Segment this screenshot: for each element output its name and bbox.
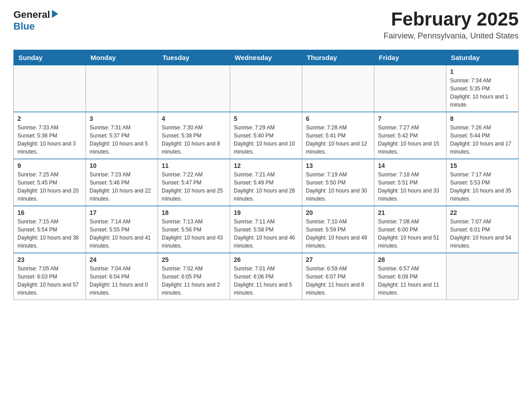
calendar-cell-w1-d4	[230, 65, 302, 112]
sunset-text: Sunset: 6:07 PM	[306, 274, 346, 280]
sunset-text: Sunset: 6:01 PM	[450, 227, 490, 233]
calendar-cell-w3-d4: 12Sunrise: 7:21 AMSunset: 5:49 PMDayligh…	[230, 159, 302, 206]
sunrise-text: Sunrise: 7:01 AM	[234, 265, 275, 272]
daylight-text: Daylight: 10 hours and 35 minutes.	[450, 188, 511, 202]
day-number: 21	[378, 209, 442, 216]
col-wednesday: Wednesday	[230, 50, 302, 65]
daylight-text: Daylight: 10 hours and 8 minutes.	[162, 141, 220, 155]
day-number: 20	[306, 209, 370, 216]
calendar-table: Sunday Monday Tuesday Wednesday Thursday…	[13, 50, 519, 300]
calendar-cell-w5-d7	[446, 253, 519, 300]
day-number: 1	[450, 68, 515, 75]
daylight-text: Daylight: 10 hours and 43 minutes.	[162, 235, 223, 249]
sunrise-text: Sunrise: 6:59 AM	[306, 265, 347, 272]
calendar-cell-w3-d2: 10Sunrise: 7:23 AMSunset: 5:46 PMDayligh…	[86, 159, 158, 206]
calendar-cell-w2-d7: 8Sunrise: 7:26 AMSunset: 5:44 PMDaylight…	[446, 112, 519, 159]
calendar-cell-w5-d6: 28Sunrise: 6:57 AMSunset: 6:09 PMDayligh…	[374, 253, 446, 300]
sunset-text: Sunset: 6:05 PM	[162, 274, 202, 280]
sunset-text: Sunset: 5:41 PM	[306, 133, 346, 139]
day-number: 22	[450, 209, 515, 216]
day-sun-info: Sunrise: 7:10 AMSunset: 5:59 PMDaylight:…	[306, 218, 370, 250]
day-sun-info: Sunrise: 7:11 AMSunset: 5:58 PMDaylight:…	[234, 218, 298, 250]
logo: General Blue	[13, 9, 58, 33]
col-saturday: Saturday	[446, 50, 519, 65]
sunset-text: Sunset: 5:49 PM	[234, 180, 274, 186]
col-sunday: Sunday	[14, 50, 86, 65]
day-sun-info: Sunrise: 6:59 AMSunset: 6:07 PMDaylight:…	[306, 265, 370, 297]
calendar-cell-w3-d6: 14Sunrise: 7:18 AMSunset: 5:51 PMDayligh…	[374, 159, 446, 206]
calendar-cell-w4-d5: 20Sunrise: 7:10 AMSunset: 5:59 PMDayligh…	[302, 206, 374, 253]
calendar-title: February 2025	[384, 9, 519, 30]
calendar-cell-w1-d2	[86, 65, 158, 112]
day-sun-info: Sunrise: 7:23 AMSunset: 5:46 PMDaylight:…	[90, 171, 154, 203]
day-sun-info: Sunrise: 7:13 AMSunset: 5:56 PMDaylight:…	[162, 218, 226, 250]
day-number: 11	[162, 162, 226, 169]
day-number: 28	[378, 256, 442, 263]
sunset-text: Sunset: 6:00 PM	[378, 227, 418, 233]
day-number: 8	[450, 115, 515, 122]
day-sun-info: Sunrise: 7:25 AMSunset: 5:45 PMDaylight:…	[17, 171, 82, 203]
calendar-cell-w2-d4: 5Sunrise: 7:29 AMSunset: 5:40 PMDaylight…	[230, 112, 302, 159]
daylight-text: Daylight: 10 hours and 17 minutes.	[450, 141, 511, 155]
sunset-text: Sunset: 5:54 PM	[17, 227, 57, 233]
day-sun-info: Sunrise: 6:57 AMSunset: 6:09 PMDaylight:…	[378, 265, 442, 297]
daylight-text: Daylight: 10 hours and 12 minutes.	[306, 141, 367, 155]
sunrise-text: Sunrise: 7:27 AM	[378, 124, 419, 131]
sunset-text: Sunset: 6:04 PM	[90, 274, 129, 280]
sunset-text: Sunset: 5:36 PM	[17, 133, 57, 139]
sunset-text: Sunset: 5:42 PM	[378, 133, 418, 139]
calendar-cell-w4-d2: 17Sunrise: 7:14 AMSunset: 5:55 PMDayligh…	[86, 206, 158, 253]
daylight-text: Daylight: 10 hours and 5 minutes.	[90, 141, 148, 155]
calendar-cell-w2-d6: 7Sunrise: 7:27 AMSunset: 5:42 PMDaylight…	[374, 112, 446, 159]
sunrise-text: Sunrise: 7:28 AM	[306, 124, 347, 131]
day-number: 4	[162, 115, 226, 122]
sunset-text: Sunset: 5:58 PM	[234, 227, 274, 233]
day-number: 26	[234, 256, 298, 263]
calendar-cell-w3-d1: 9Sunrise: 7:25 AMSunset: 5:45 PMDaylight…	[14, 159, 86, 206]
sunrise-text: Sunrise: 7:13 AM	[162, 218, 202, 225]
calendar-cell-w1-d6	[374, 65, 446, 112]
day-sun-info: Sunrise: 7:22 AMSunset: 5:47 PMDaylight:…	[162, 171, 226, 203]
day-sun-info: Sunrise: 7:08 AMSunset: 6:00 PMDaylight:…	[378, 218, 442, 250]
calendar-cell-w1-d5	[302, 65, 374, 112]
day-number: 12	[234, 162, 298, 169]
sunrise-text: Sunrise: 7:29 AM	[234, 124, 275, 131]
day-sun-info: Sunrise: 7:34 AMSunset: 5:35 PMDaylight:…	[450, 77, 515, 109]
day-sun-info: Sunrise: 7:21 AMSunset: 5:49 PMDaylight:…	[234, 171, 298, 203]
logo-arrow-icon	[52, 10, 58, 20]
day-number: 7	[378, 115, 442, 122]
day-sun-info: Sunrise: 7:07 AMSunset: 6:01 PMDaylight:…	[450, 218, 515, 250]
daylight-text: Daylight: 10 hours and 28 minutes.	[234, 188, 295, 202]
calendar-cell-w5-d4: 26Sunrise: 7:01 AMSunset: 6:06 PMDayligh…	[230, 253, 302, 300]
calendar-cell-w5-d1: 23Sunrise: 7:05 AMSunset: 6:03 PMDayligh…	[14, 253, 86, 300]
sunrise-text: Sunrise: 7:21 AM	[234, 171, 275, 178]
calendar-cell-w2-d5: 6Sunrise: 7:28 AMSunset: 5:41 PMDaylight…	[302, 112, 374, 159]
day-number: 18	[162, 209, 226, 216]
day-sun-info: Sunrise: 7:26 AMSunset: 5:44 PMDaylight:…	[450, 124, 515, 156]
sunrise-text: Sunrise: 7:33 AM	[17, 124, 58, 131]
calendar-cell-w5-d3: 25Sunrise: 7:02 AMSunset: 6:05 PMDayligh…	[158, 253, 230, 300]
day-number: 3	[90, 115, 154, 122]
day-number: 6	[306, 115, 370, 122]
col-tuesday: Tuesday	[158, 50, 230, 65]
daylight-text: Daylight: 10 hours and 54 minutes.	[450, 235, 511, 249]
sunset-text: Sunset: 5:55 PM	[90, 227, 129, 233]
sunrise-text: Sunrise: 7:18 AM	[378, 171, 419, 178]
sunrise-text: Sunrise: 7:17 AM	[450, 171, 491, 178]
sunrise-text: Sunrise: 7:15 AM	[17, 218, 58, 225]
calendar-cell-w1-d7: 1Sunrise: 7:34 AMSunset: 5:35 PMDaylight…	[446, 65, 519, 112]
day-sun-info: Sunrise: 7:31 AMSunset: 5:37 PMDaylight:…	[90, 124, 154, 156]
sunset-text: Sunset: 5:46 PM	[90, 180, 129, 186]
daylight-text: Daylight: 10 hours and 25 minutes.	[162, 188, 223, 202]
logo-top-line: General	[13, 9, 58, 21]
sunset-text: Sunset: 6:09 PM	[378, 274, 418, 280]
day-number: 10	[90, 162, 154, 169]
calendar-cell-w4-d3: 18Sunrise: 7:13 AMSunset: 5:56 PMDayligh…	[158, 206, 230, 253]
calendar-cell-w3-d7: 15Sunrise: 7:17 AMSunset: 5:53 PMDayligh…	[446, 159, 519, 206]
day-sun-info: Sunrise: 7:33 AMSunset: 5:36 PMDaylight:…	[17, 124, 82, 156]
daylight-text: Daylight: 10 hours and 38 minutes.	[17, 235, 79, 249]
day-number: 9	[17, 162, 82, 169]
sunrise-text: Sunrise: 7:02 AM	[162, 265, 202, 272]
calendar-cell-w1-d1	[14, 65, 86, 112]
sunset-text: Sunset: 5:37 PM	[90, 133, 129, 139]
